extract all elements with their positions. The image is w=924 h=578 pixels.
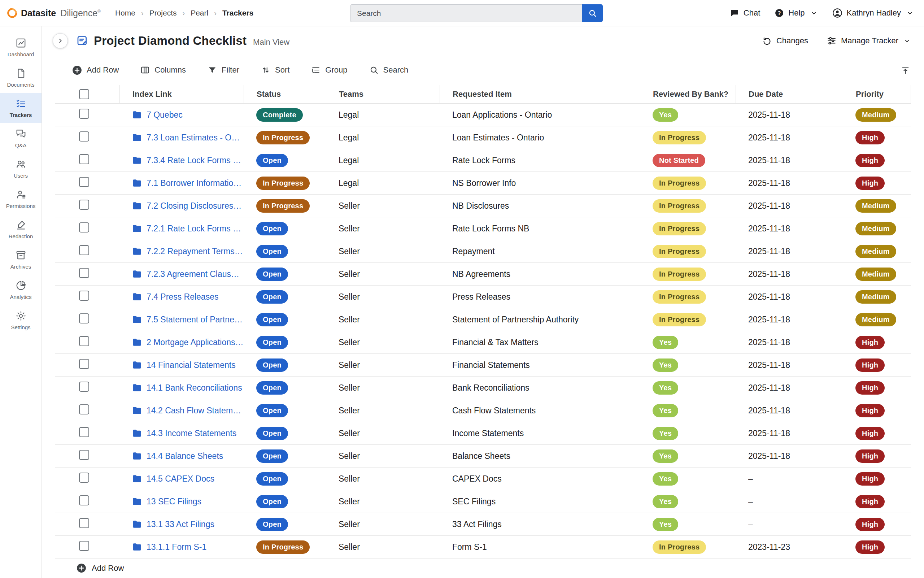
priority-pill[interactable]: High [856,177,885,190]
priority-pill[interactable]: High [856,495,885,508]
requested-item-cell[interactable]: Rate Lock Forms NB [439,224,640,234]
priority-pill[interactable]: High [856,518,885,531]
requested-item-cell[interactable]: Rate Lock Forms [439,156,640,166]
row-checkbox[interactable] [79,109,89,119]
sidebar-item-permissions[interactable]: Permissions [0,184,42,214]
priority-pill[interactable]: Medium [856,222,896,235]
select-all-checkbox[interactable] [79,89,89,99]
requested-item-cell[interactable]: Bank Reconciliations [439,383,640,393]
review-pill[interactable]: In Progress [653,541,706,554]
breadcrumb-home[interactable]: Home [115,9,135,17]
review-pill[interactable]: Yes [653,359,678,372]
column-header-index-link[interactable]: Index Link [120,85,244,103]
status-pill[interactable]: Open [256,472,288,485]
team-cell[interactable]: Seller [326,315,439,325]
requested-item-cell[interactable]: 33 Act Filings [439,520,640,529]
due-date-cell[interactable]: 2025-11-18 [736,224,843,234]
review-pill[interactable]: Yes [653,336,678,349]
search-button[interactable] [582,4,603,22]
column-header-requested-item[interactable]: Requested Item [439,85,640,103]
status-pill[interactable]: Open [256,404,288,417]
row-checkbox[interactable] [79,291,89,301]
table-row[interactable]: 7.4 Press Releases Open Seller Press Rel… [55,286,911,308]
status-pill[interactable]: Open [256,427,288,440]
due-date-cell[interactable]: 2025-11-18 [736,179,843,188]
table-row[interactable]: 7.2.1 Rate Lock Forms - N… Open Seller R… [55,218,911,240]
review-pill[interactable]: Yes [653,518,678,531]
priority-pill[interactable]: High [856,404,885,417]
team-cell[interactable]: Seller [326,292,439,302]
review-pill[interactable]: In Progress [653,268,706,281]
review-pill[interactable]: In Progress [653,245,706,258]
review-pill[interactable]: In Progress [653,131,706,144]
due-date-cell[interactable]: – [736,497,843,507]
review-pill[interactable]: Not Started [653,154,705,167]
row-checkbox[interactable] [79,268,89,278]
columns-button[interactable]: Columns [140,65,186,75]
column-header-reviewed-by-bank[interactable]: Reviewed By Bank? [640,85,736,103]
sidebar-item-redaction[interactable]: Redaction [0,214,42,244]
priority-pill[interactable]: High [856,541,885,554]
row-checkbox[interactable] [79,518,89,528]
table-row[interactable]: 14.1 Bank Reconciliations Open Seller Ba… [55,377,911,399]
collapse-all-button[interactable] [901,65,910,75]
row-checkbox[interactable] [79,382,89,392]
table-row[interactable]: 14.5 CAPEX Docs Open Seller CAPEX Docs Y… [55,468,911,490]
requested-item-cell[interactable]: SEC Filings [439,497,640,507]
due-date-cell[interactable]: – [736,520,843,529]
due-date-cell[interactable]: 2025-11-18 [736,360,843,370]
column-header-due-date[interactable]: Due Date [736,85,843,103]
row-checkbox[interactable] [79,245,89,255]
requested-item-cell[interactable]: Statement of Partnership Authority [439,315,640,325]
requested-item-cell[interactable]: Financial Statements [439,360,640,370]
search-input[interactable] [350,4,582,22]
team-cell[interactable]: Seller [326,542,439,552]
review-pill[interactable]: Yes [653,495,678,508]
index-link[interactable]: 2 Mortgage Applications - … [146,338,244,347]
table-row[interactable]: 7.5 Statement of Partners… Open Seller S… [55,308,911,331]
table-row[interactable]: 7.1 Borrower Information - … In Progress… [55,172,911,195]
index-link[interactable]: 7.3 Loan Estimates - Ontar… [146,133,244,143]
row-checkbox[interactable] [79,541,89,551]
due-date-cell[interactable]: 2025-11-18 [736,247,843,257]
row-checkbox[interactable] [79,472,89,483]
status-pill[interactable]: Open [256,290,288,304]
status-pill[interactable]: Open [256,313,288,326]
breadcrumb-trackers[interactable]: Trackers [222,9,253,17]
due-date-cell[interactable]: 2025-11-18 [736,315,843,325]
review-pill[interactable]: Yes [653,472,678,485]
due-date-cell[interactable]: 2025-11-18 [736,338,843,347]
add-row-button-bottom[interactable]: Add Row [76,563,124,573]
team-cell[interactable]: Seller [326,383,439,393]
index-link[interactable]: 14.3 Income Statements [146,429,237,438]
team-cell[interactable]: Seller [326,270,439,279]
row-checkbox[interactable] [79,404,89,414]
requested-item-cell[interactable]: Loan Estimates - Ontario [439,133,640,143]
team-cell[interactable]: Seller [326,451,439,461]
table-row[interactable]: 7.3 Loan Estimates - Ontar… In Progress … [55,127,911,149]
due-date-cell[interactable]: 2025-11-18 [736,110,843,120]
table-row[interactable]: 14 Financial Statements Open Seller Fina… [55,354,911,377]
table-row[interactable]: 13.1 33 Act Filings Open Seller 33 Act F… [55,513,911,536]
column-header-status[interactable]: Status [244,85,326,103]
table-row[interactable]: 7.2.2 Repayment Terms - … Open Seller Re… [55,240,911,263]
status-pill[interactable]: Open [256,518,288,531]
review-pill[interactable]: Yes [653,404,678,417]
review-pill[interactable]: In Progress [653,290,706,304]
due-date-cell[interactable]: 2025-11-18 [736,270,843,279]
status-pill[interactable]: In Progress [256,177,310,190]
add-row-button[interactable]: Add Row [72,65,119,75]
team-cell[interactable]: Seller [326,406,439,416]
status-pill[interactable]: Open [256,495,288,508]
team-cell[interactable]: Legal [326,110,439,120]
index-link[interactable]: 7.2.2 Repayment Terms - … [146,247,244,257]
changes-button[interactable]: Changes [762,36,808,45]
table-row[interactable]: 13.1.1 Form S-1 In Progress Seller Form … [55,536,911,559]
priority-pill[interactable]: Medium [856,199,896,213]
priority-pill[interactable]: High [856,359,885,372]
row-checkbox[interactable] [79,132,89,141]
column-header-teams[interactable]: Teams [326,85,439,103]
index-link[interactable]: 14 Financial Statements [146,360,236,370]
filter-button[interactable]: Filter [207,65,239,75]
status-pill[interactable]: Complete [256,108,303,122]
